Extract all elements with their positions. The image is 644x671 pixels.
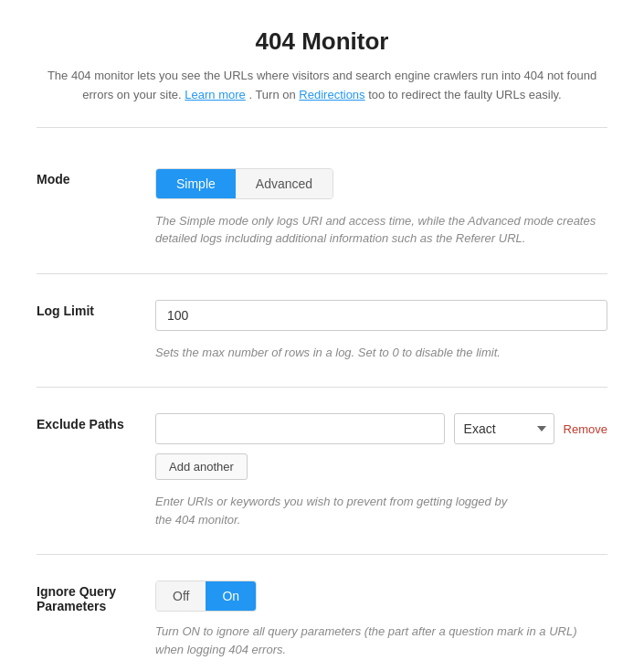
log-limit-content: Sets the max number of rows in a log. Se… (155, 300, 607, 362)
exclude-paths-section: Exclude Paths Exact Contains Starts with… (37, 388, 607, 555)
mode-toggle: Simple Advanced (155, 168, 333, 199)
ignore-query-label: Ignore Query Parameters (37, 580, 155, 613)
remove-link[interactable]: Remove (564, 422, 607, 436)
ignore-query-section: Ignore Query Parameters Off On Turn ON t… (37, 555, 607, 671)
off-button[interactable]: Off (156, 581, 206, 611)
description-text-3: too to redirect the faulty URLs easily. (368, 88, 561, 101)
page-title: 404 Monitor (37, 27, 607, 56)
exclude-hint-line1: Enter URIs or keywords you wish to preve… (155, 495, 507, 508)
exclude-hint-line2: the 404 monitor. (155, 513, 240, 527)
mode-hint: The Simple mode only logs URI and access… (155, 212, 607, 248)
mode-content: Simple Advanced The Simple mode only log… (155, 168, 607, 248)
mode-label: Mode (37, 168, 155, 186)
exclude-path-input[interactable] (155, 413, 445, 444)
mode-simple-button[interactable]: Simple (156, 169, 236, 198)
ignore-query-content: Off On Turn ON to ignore all query param… (155, 580, 607, 658)
redirections-link[interactable]: Redirections (299, 88, 364, 101)
top-divider (37, 127, 607, 128)
on-button[interactable]: On (206, 581, 256, 611)
description-text-2: . Turn on (248, 88, 295, 101)
mode-section: Mode Simple Advanced The Simple mode onl… (37, 143, 607, 274)
mode-advanced-button[interactable]: Advanced (236, 169, 333, 198)
exclude-type-select[interactable]: Exact Contains Starts with Ends with Reg… (454, 413, 554, 444)
log-limit-hint: Sets the max number of rows in a log. Se… (155, 344, 607, 362)
log-limit-input[interactable] (155, 300, 607, 331)
ignore-query-hint: Turn ON to ignore all query parameters (… (155, 623, 607, 658)
page-description: The 404 monitor lets you see the URLs wh… (37, 67, 607, 105)
learn-more-link[interactable]: Learn more (185, 88, 245, 101)
add-another-button[interactable]: Add another (155, 453, 248, 480)
log-limit-label: Log Limit (37, 300, 155, 318)
log-limit-section: Log Limit Sets the max number of rows in… (37, 274, 607, 389)
exclude-paths-content: Exact Contains Starts with Ends with Reg… (155, 413, 607, 528)
on-off-toggle: Off On (155, 580, 257, 612)
exclude-paths-hint: Enter URIs or keywords you wish to preve… (155, 493, 607, 528)
exclude-row: Exact Contains Starts with Ends with Reg… (155, 413, 607, 444)
exclude-paths-label: Exclude Paths (37, 413, 155, 431)
